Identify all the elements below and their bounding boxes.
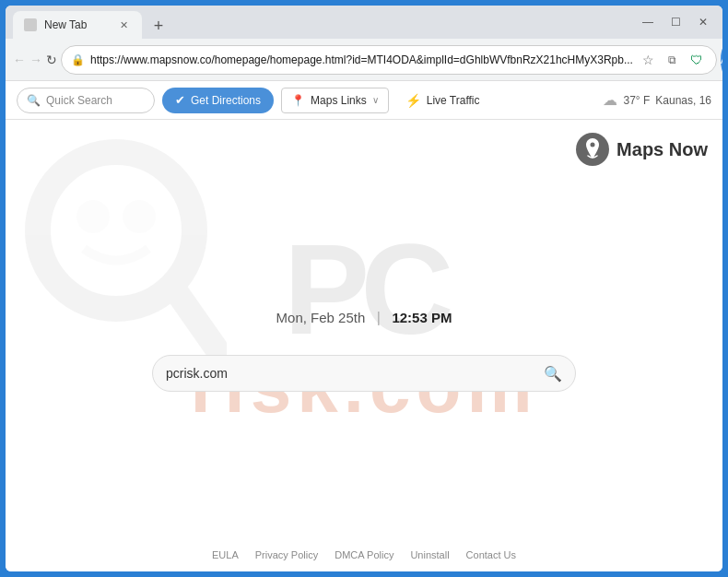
address-bar: ← → ↻ 🔒 https://www.mapsnow.co/homepage/… — [6, 39, 722, 81]
maps-links-button[interactable]: 📍 Maps Links ∨ — [281, 88, 389, 113]
tab-label: New Tab — [44, 18, 87, 31]
weather-widget: ☁ 37° F Kaunas, 16 — [603, 91, 711, 109]
magnifier-watermark — [24, 138, 227, 382]
main-search-input[interactable] — [166, 366, 544, 381]
new-tab-button[interactable]: + — [146, 13, 171, 39]
minimize-button[interactable]: — — [636, 10, 660, 34]
footer-dmca[interactable]: DMCA Policy — [335, 549, 393, 560]
forward-button[interactable]: → — [29, 47, 42, 73]
footer-uninstall[interactable]: Uninstall — [410, 549, 449, 560]
lock-icon: 🔒 — [71, 53, 85, 66]
title-bar: New Tab ✕ + — ☐ ✕ — [6, 6, 722, 39]
map-icon: 📍 — [291, 94, 305, 107]
extension-icon[interactable]: ⧉ — [663, 50, 683, 70]
page-footer: EULA Privacy Policy DMCA Policy Uninstal… — [6, 549, 722, 560]
svg-line-1 — [174, 288, 217, 350]
browser-outer: New Tab ✕ + — ☐ ✕ ← → ↻ 🔒 https://www.ma… — [0, 0, 728, 577]
date-text: Mon, Feb 25th — [276, 310, 366, 325]
window-controls: — ☐ ✕ — [636, 10, 715, 34]
url-text: https://www.mapsnow.co/homepage/homepage… — [90, 53, 633, 66]
svg-point-4 — [591, 143, 595, 147]
cloud-icon: ☁ — [603, 91, 617, 109]
account-icon: A — [721, 53, 722, 66]
check-icon: ✔ — [175, 93, 185, 107]
get-directions-label: Get Directions — [191, 94, 261, 107]
quick-search-placeholder: Quick Search — [46, 94, 112, 107]
weather-city: Kaunas, 16 — [655, 94, 711, 107]
datetime-display: Mon, Feb 25th | 12:53 PM — [276, 310, 452, 326]
svg-point-3 — [123, 200, 156, 233]
tab-area: New Tab ✕ + — [13, 6, 632, 39]
traffic-icon: ⚡ — [405, 93, 421, 108]
get-directions-button[interactable]: ✔ Get Directions — [162, 88, 274, 113]
bookmark-icon[interactable]: ☆ — [639, 50, 659, 70]
refresh-button[interactable]: ↻ — [46, 47, 57, 73]
toolbar: 🔍 Quick Search ✔ Get Directions 📍 Maps L… — [6, 81, 722, 120]
browser-window: New Tab ✕ + — ☐ ✕ ← → ↻ 🔒 https://www.ma… — [6, 6, 722, 571]
watermark-pc: PC — [284, 225, 444, 354]
live-traffic-label: Live Traffic — [427, 94, 480, 107]
browser-tab[interactable]: New Tab ✕ — [13, 11, 142, 39]
brand-logo: Maps Now — [576, 133, 708, 166]
chevron-down-icon: ∨ — [372, 95, 379, 105]
maps-links-label: Maps Links — [311, 94, 367, 107]
brand-name: Maps Now — [616, 139, 708, 160]
footer-eula[interactable]: EULA — [212, 549, 239, 560]
svg-point-2 — [76, 200, 110, 233]
footer-contact[interactable]: Contact Us — [466, 549, 516, 560]
search-icon: 🔍 — [27, 94, 41, 107]
tab-favicon — [24, 18, 37, 31]
time-text: 12:53 PM — [392, 310, 452, 325]
date-separator: | — [377, 310, 381, 325]
account-button[interactable]: A — [721, 47, 722, 73]
shield-icon[interactable]: 🛡 — [687, 50, 707, 70]
live-traffic-button[interactable]: ⚡ Live Traffic — [396, 88, 489, 113]
tab-close-button[interactable]: ✕ — [116, 18, 131, 32]
footer-privacy[interactable]: Privacy Policy — [255, 549, 318, 560]
url-bar[interactable]: 🔒 https://www.mapsnow.co/homepage/homepa… — [61, 45, 717, 75]
quick-search-box[interactable]: 🔍 Quick Search — [17, 88, 155, 113]
weather-temp: 37° F — [623, 94, 650, 107]
page-content: PC risk.com Maps Now Mon, Feb 25th | — [6, 120, 722, 571]
brand-icon — [576, 133, 609, 166]
maximize-button[interactable]: ☐ — [663, 10, 687, 34]
back-button[interactable]: ← — [13, 47, 26, 73]
main-search-box[interactable]: 🔍 — [152, 355, 576, 392]
url-actions: ☆ ⧉ 🛡 — [639, 50, 707, 70]
close-button[interactable]: ✕ — [691, 10, 715, 34]
search-icon: 🔍 — [544, 365, 562, 383]
